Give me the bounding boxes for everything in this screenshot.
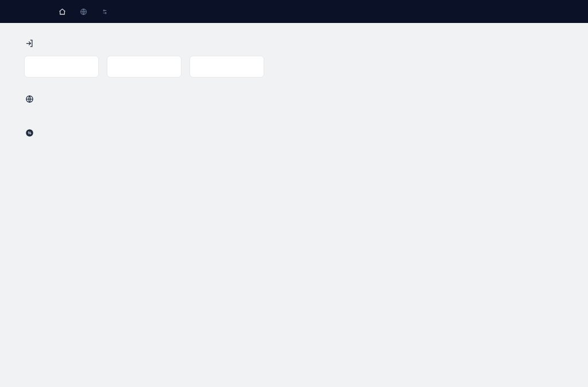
entrypoints-section xyxy=(24,39,564,78)
page xyxy=(24,23,564,185)
http-section xyxy=(24,95,564,111)
nav xyxy=(59,8,112,16)
swap-icon xyxy=(25,129,34,137)
nav-tcp[interactable] xyxy=(101,8,112,16)
svg-point-2 xyxy=(26,129,33,137)
tcp-section xyxy=(24,129,564,145)
http-heading xyxy=(25,95,564,103)
entrypoint-card xyxy=(189,56,264,78)
home-icon xyxy=(59,8,66,16)
globe-icon xyxy=(25,95,34,103)
tcp-heading xyxy=(25,129,564,137)
topbar xyxy=(0,0,588,23)
nav-http[interactable] xyxy=(80,8,91,16)
globe-icon xyxy=(80,8,87,16)
swap-icon xyxy=(101,8,109,16)
entrypoint-card xyxy=(24,56,99,78)
login-icon xyxy=(25,39,34,48)
entrypoints-row xyxy=(24,56,564,78)
entrypoints-heading xyxy=(25,39,564,48)
nav-dashboard[interactable] xyxy=(59,8,69,16)
entrypoint-card xyxy=(107,56,181,78)
